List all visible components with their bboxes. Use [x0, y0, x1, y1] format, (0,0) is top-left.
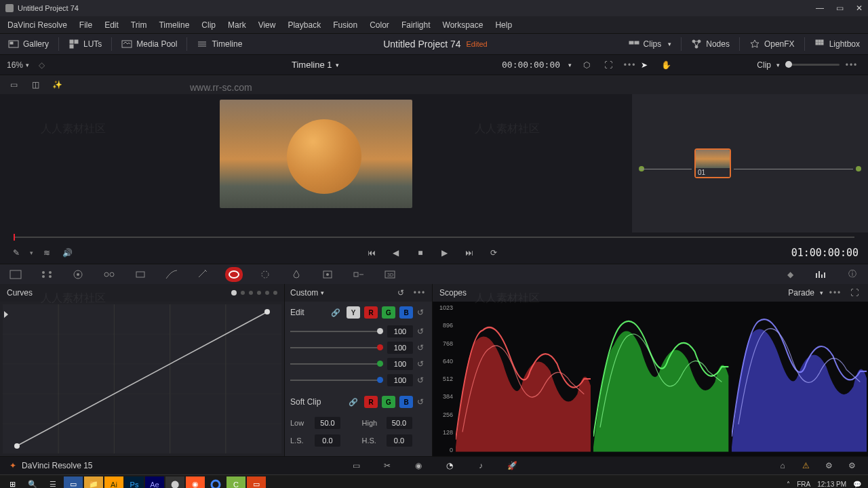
taskbar-app[interactable]: ⬤ — [165, 476, 184, 489]
taskbar-app[interactable]: ▭ — [64, 476, 83, 489]
next-clip-icon[interactable]: ⏭ — [462, 246, 476, 260]
expand-icon[interactable]: ⛶ — [601, 58, 615, 72]
page-fairlight-icon[interactable]: ♪ — [474, 459, 488, 472]
timeline-dropdown[interactable]: Timeline 1 — [292, 60, 332, 70]
page-color-icon[interactable]: ◔ — [443, 459, 456, 472]
node-output-dot[interactable] — [856, 166, 861, 171]
clip-slider[interactable] — [785, 64, 840, 66]
stop-icon[interactable]: ■ — [414, 246, 427, 260]
page-fusion-icon[interactable]: ◉ — [412, 459, 425, 472]
softclip-g-button[interactable]: G — [382, 396, 395, 408]
node-01[interactable]: 01 — [694, 148, 731, 178]
layers-icon[interactable]: ≋ — [40, 246, 54, 260]
taskbar-app[interactable]: C — [226, 476, 245, 489]
curve-editor[interactable] — [3, 304, 281, 453]
menu-playback[interactable]: Playback — [281, 20, 327, 30]
rgb-mixer-icon[interactable] — [100, 267, 118, 282]
camera-raw-icon[interactable] — [7, 267, 24, 282]
preferences-icon[interactable]: ⚙ — [845, 459, 859, 472]
chevron-down-icon[interactable]: ▾ — [26, 62, 29, 68]
ls-value[interactable]: 0.0 — [315, 434, 340, 447]
taskview-button[interactable]: ☰ — [43, 476, 62, 489]
channel-g-button[interactable]: G — [382, 306, 395, 319]
taskbar-app[interactable]: ▭ — [247, 476, 266, 489]
page-media-icon[interactable]: ▭ — [349, 459, 363, 472]
reset-icon[interactable]: ↺ — [417, 359, 427, 369]
menu-trim[interactable]: Trim — [125, 20, 153, 30]
more-icon[interactable]: ••• — [413, 286, 427, 300]
image-wipe-icon[interactable]: ▭ — [7, 78, 20, 92]
mute-icon[interactable]: 🔊 — [60, 246, 74, 260]
curves-mode[interactable]: Custom — [290, 288, 318, 298]
intensity-slider-g[interactable]: 100↺ — [290, 357, 427, 371]
blur-icon[interactable] — [319, 267, 336, 282]
picker-icon[interactable]: ✎ — [9, 246, 23, 260]
timeline-button[interactable]: Timeline — [189, 33, 250, 55]
reset-icon[interactable]: ↺ — [417, 343, 427, 352]
minimize-button[interactable]: — — [816, 3, 824, 13]
hs-value[interactable]: 0.0 — [387, 434, 412, 447]
intensity-slider-r[interactable]: 100↺ — [290, 341, 427, 354]
split-icon[interactable]: ◫ — [28, 78, 42, 92]
nodes-panel[interactable]: 01 — [632, 94, 868, 232]
warning-icon[interactable]: ⚠ — [799, 459, 812, 472]
high-value[interactable]: 50.0 — [387, 417, 412, 429]
menu-davinci[interactable]: DaVinci Resolve — [1, 20, 73, 30]
menu-workspace[interactable]: Workspace — [437, 20, 490, 30]
sizing-icon[interactable]: 3D — [381, 267, 399, 282]
step-back-icon[interactable]: ◀ — [389, 246, 403, 260]
intensity-slider-y[interactable]: 100↺ — [290, 325, 427, 338]
timecode-top[interactable]: 00:00:00:00 — [502, 60, 560, 70]
link-icon[interactable]: 🔗 — [347, 395, 360, 409]
search-button[interactable]: 🔍 — [23, 476, 42, 489]
wheels-icon[interactable] — [69, 267, 87, 282]
time-track[interactable] — [0, 232, 868, 242]
close-button[interactable]: ✕ — [856, 3, 863, 13]
home-icon[interactable]: ⌂ — [776, 459, 789, 472]
openfx-button[interactable]: OpenFX — [741, 33, 803, 55]
reset-icon[interactable]: ↺ — [417, 327, 427, 336]
page-deliver-icon[interactable]: 🚀 — [505, 459, 519, 472]
maximize-button[interactable]: ▭ — [836, 3, 844, 13]
menu-fusion[interactable]: Fusion — [327, 20, 363, 30]
zoom-value[interactable]: 16% — [7, 60, 23, 70]
menu-edit[interactable]: Edit — [98, 20, 125, 30]
taskbar-app[interactable]: Ai — [104, 476, 123, 489]
reset-icon[interactable]: ↺ — [417, 308, 427, 317]
key-icon[interactable] — [350, 267, 368, 282]
channel-b-button[interactable]: B — [399, 306, 413, 319]
prev-clip-icon[interactable]: ⏮ — [365, 246, 378, 260]
link-icon[interactable]: 🔗 — [329, 306, 342, 319]
reset-icon[interactable]: ↺ — [417, 397, 427, 407]
tracker-droplet-icon[interactable] — [288, 267, 305, 282]
menu-view[interactable]: View — [252, 20, 282, 30]
menu-clip[interactable]: Clip — [195, 20, 222, 30]
qualifier-wand-icon[interactable] — [194, 267, 212, 282]
softclip-b-button[interactable]: B — [399, 396, 413, 408]
pointer-icon[interactable]: ➤ — [637, 58, 651, 72]
taskbar-app[interactable]: ◉ — [186, 476, 205, 489]
window-icon[interactable] — [256, 267, 274, 282]
lightbox-button[interactable]: Lightbox — [806, 33, 868, 55]
project-settings-icon[interactable]: ⚙ — [822, 459, 835, 472]
taskbar-app[interactable]: Ae — [145, 476, 164, 489]
reset-icon[interactable]: ↺ — [417, 375, 427, 385]
curve-point-white[interactable] — [264, 309, 270, 314]
reset-icon[interactable]: ↺ — [394, 286, 408, 300]
highlight-icon[interactable]: ✨ — [50, 78, 64, 92]
channel-y-button[interactable]: Y — [347, 306, 360, 319]
scopes-icon[interactable] — [812, 267, 830, 282]
low-value[interactable]: 50.0 — [315, 417, 340, 429]
loop-icon[interactable]: ⟳ — [487, 246, 500, 260]
nodes-button[interactable]: Nodes — [683, 33, 738, 55]
playhead[interactable] — [14, 234, 15, 241]
play-icon[interactable]: ▶ — [438, 246, 452, 260]
channel-r-button[interactable]: R — [364, 306, 378, 319]
chevron-down-icon[interactable]: ▾ — [336, 62, 339, 68]
tray-chevron-icon[interactable]: ˄ — [787, 481, 790, 488]
scopes-mode[interactable]: Parade — [788, 288, 814, 298]
parade-display[interactable] — [454, 302, 868, 456]
gallery-button[interactable]: Gallery — [0, 33, 57, 55]
more-icon[interactable]: ••• — [829, 286, 842, 300]
info-icon[interactable]: ⓘ — [844, 267, 861, 282]
